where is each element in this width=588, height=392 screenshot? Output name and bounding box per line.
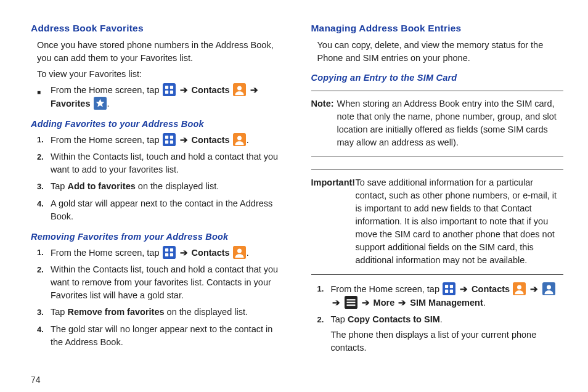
- step-text: Within the Contacts list, touch and hold…: [51, 150, 284, 176]
- text-fragment: on the displayed list.: [165, 307, 248, 317]
- star-tab-icon: [94, 97, 107, 110]
- step-text: From the Home screen, tap ➔ Contacts ➔ ➔…: [331, 282, 564, 309]
- page: Address Book Favorites Once you have sto…: [0, 0, 588, 392]
- note-body: When storing an Address Book entry into …: [311, 97, 564, 149]
- favorites-label: Favorites: [51, 99, 90, 108]
- step-number: 4.: [37, 197, 51, 223]
- subheading-copying: Copying an Entry to the SIM Card: [311, 71, 564, 84]
- add-step-1: 1. From the Home screen, tap ➔ Contacts …: [37, 133, 284, 147]
- rem-step-2: 2. Within the Contacts list, touch and h…: [37, 263, 284, 302]
- text-fragment: From the Home screen, tap: [51, 248, 162, 258]
- view-favorites-step: ■ From the Home screen, tap ➔ Contacts ➔…: [37, 83, 284, 110]
- heading-favorites: Address Book Favorites: [31, 22, 284, 35]
- view-favorites-text: From the Home screen, tap ➔ Contacts ➔ F…: [51, 83, 284, 110]
- add-step-2: 2. Within the Contacts list, touch and h…: [37, 150, 284, 176]
- contact-orange-icon: [513, 282, 526, 295]
- rule: [311, 157, 564, 157]
- step-text: Tap Copy Contacts to SIM. The phone then…: [331, 313, 564, 354]
- subheading-removing: Removing Favorites from your Address Boo…: [31, 231, 284, 243]
- arrow-icon: ➔: [362, 296, 370, 309]
- text-fragment: From the Home screen, tap: [51, 85, 162, 95]
- contact-orange-icon: [233, 133, 246, 146]
- rem-step-4: 4. The gold star will no longer appear n…: [37, 323, 284, 349]
- rem-step-3: 3. Tap Remove from favorites on the disp…: [37, 306, 284, 319]
- left-column: Address Book Favorites Once you have sto…: [31, 22, 284, 386]
- intro-para-right: You can copy, delete, and view the memor…: [317, 39, 564, 65]
- heading-managing: Managing Address Book Entries: [311, 22, 564, 35]
- more-label: More: [374, 298, 395, 308]
- apps-icon: [163, 246, 176, 259]
- step-text: A gold star will appear next to the cont…: [51, 197, 284, 223]
- menu-icon: [345, 296, 357, 309]
- intro-para-1: Once you have stored phone numbers in th…: [37, 39, 284, 65]
- text-fragment: Tap: [51, 307, 67, 317]
- arrow-icon: ➔: [398, 296, 406, 309]
- rule: [311, 169, 564, 170]
- important-body: To save additional information for a par…: [311, 176, 564, 267]
- contacts-label: Contacts: [192, 135, 230, 145]
- add-step-4: 4. A gold star will appear next to the c…: [37, 197, 284, 223]
- step-number: 2.: [37, 150, 51, 176]
- contact-orange-icon: [233, 246, 246, 259]
- rule: [311, 91, 564, 91]
- sim-mgmt-label: SIM Management: [410, 298, 483, 308]
- right-column: Managing Address Book Entries You can co…: [311, 22, 564, 386]
- page-number: 74: [31, 367, 284, 386]
- step-text: The gold star will no longer appear next…: [51, 323, 284, 349]
- step-number: 1.: [37, 133, 51, 147]
- contacts-label: Contacts: [472, 284, 510, 294]
- arrow-icon: ➔: [460, 283, 468, 296]
- step-text: From the Home screen, tap ➔ Contacts .: [51, 246, 284, 259]
- step-text: From the Home screen, tap ➔ Contacts .: [51, 133, 284, 147]
- text-fragment: .: [440, 314, 443, 324]
- step-number: 1.: [37, 246, 51, 259]
- apps-icon: [163, 133, 176, 146]
- arrow-icon: ➔: [180, 84, 188, 97]
- subheading-adding: Adding Favorites to your Address Book: [31, 118, 284, 131]
- text-fragment: Tap: [51, 181, 67, 191]
- contact-orange-icon: [233, 83, 246, 96]
- copy-step-2: 2. Tap Copy Contacts to SIM. The phone t…: [317, 313, 564, 354]
- important-label: Important!: [311, 176, 356, 189]
- action-label: Remove from favorites: [67, 307, 164, 317]
- important-block: Important! To save additional informatio…: [311, 176, 564, 267]
- action-label: Add to favorites: [67, 181, 135, 191]
- copy-step-1: 1. From the Home screen, tap ➔ Contacts …: [317, 282, 564, 309]
- arrow-icon: ➔: [180, 134, 188, 147]
- text-fragment: Tap: [331, 314, 348, 324]
- text-fragment: From the Home screen, tap: [331, 284, 443, 294]
- apps-icon: [163, 83, 176, 96]
- step-text: Within the Contacts list, touch and hold…: [51, 263, 284, 302]
- text-fragment: on the displayed list.: [136, 181, 219, 191]
- step-number: 2.: [317, 313, 331, 354]
- note-block: Note: When storing an Address Book entry…: [311, 97, 564, 149]
- step-text: Tap Remove from favorites on the display…: [51, 306, 284, 319]
- action-label: Copy Contacts to SIM: [348, 314, 440, 324]
- step-number: 1.: [317, 282, 331, 309]
- arrow-icon: ➔: [530, 283, 538, 296]
- contact-blue-icon: [542, 282, 555, 295]
- step-text: Tap Add to favorites on the displayed li…: [51, 180, 284, 194]
- bullet-marker: ■: [37, 83, 51, 99]
- step-number: 2.: [37, 263, 51, 302]
- step-body: The phone then displays a list of your c…: [331, 330, 537, 353]
- contacts-label: Contacts: [192, 248, 230, 258]
- intro-para-2: To view your Favorites list:: [37, 68, 284, 81]
- step-number: 3.: [37, 306, 51, 319]
- rem-step-1: 1. From the Home screen, tap ➔ Contacts …: [37, 246, 284, 259]
- step-number: 3.: [37, 180, 51, 194]
- step-number: 4.: [37, 323, 51, 349]
- rule: [311, 274, 564, 275]
- note-label: Note:: [311, 97, 334, 110]
- add-step-3: 3. Tap Add to favorites on the displayed…: [37, 180, 284, 194]
- text-fragment: From the Home screen, tap: [51, 135, 162, 145]
- apps-icon: [443, 282, 455, 295]
- arrow-icon: ➔: [250, 84, 258, 97]
- arrow-icon: ➔: [180, 247, 188, 259]
- contacts-label: Contacts: [192, 85, 230, 95]
- arrow-icon: ➔: [332, 296, 340, 309]
